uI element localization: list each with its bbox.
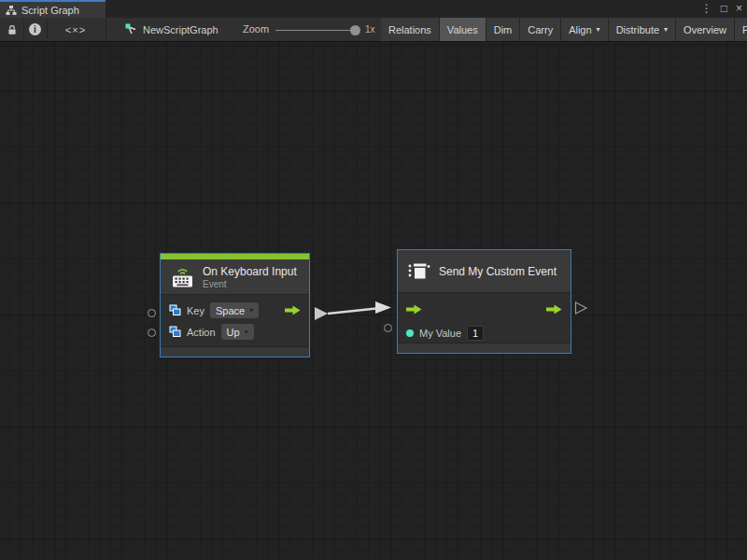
input-value-port-my-value[interactable]: [384, 324, 392, 332]
value-type-icon: [169, 304, 181, 316]
key-dropdown[interactable]: Space ▾: [210, 302, 259, 318]
node-subtitle: Event: [203, 279, 297, 289]
node-title: On Keyboard Input: [203, 265, 297, 278]
flow-output-arrow-icon[interactable]: [546, 304, 562, 315]
lock-icon: [6, 23, 19, 36]
info-icon: i: [29, 23, 41, 35]
carry-button[interactable]: Carry: [520, 18, 561, 41]
connection-wire[interactable]: [328, 309, 376, 315]
close-icon[interactable]: ×: [736, 0, 742, 18]
fullscreen-button[interactable]: Full Screen: [735, 18, 747, 41]
port-row-action: Action Up ▾: [161, 321, 309, 343]
graph-hierarchy-icon: [6, 5, 17, 16]
input-value-port-action[interactable]: [148, 329, 156, 337]
port-label: Action: [187, 327, 216, 338]
lock-button[interactable]: [2, 18, 21, 41]
zoom-label: Zoom: [243, 18, 269, 41]
info-button[interactable]: i: [25, 18, 45, 41]
flow-output-arrow-icon[interactable]: [285, 305, 301, 315]
toolbar-buttons: Relations Values Dim Carry Align ▾ Distr…: [381, 18, 747, 41]
toolbar-separator: [47, 20, 48, 39]
window-menu-icon[interactable]: ⋮: [701, 0, 712, 18]
toolbar-separator: [106, 20, 106, 39]
value-port-dot-icon[interactable]: [406, 329, 414, 337]
custom-event-icon: [407, 260, 431, 283]
port-row-key: Key Space ▾: [161, 300, 309, 321]
values-button[interactable]: Values: [440, 18, 486, 41]
flow-row: [398, 298, 571, 321]
distribute-dropdown-button[interactable]: Distribute ▾: [609, 18, 676, 41]
port-label: My Value: [419, 328, 461, 339]
flow-input-arrow-icon[interactable]: [406, 304, 422, 315]
node-title: Send My Custom Event: [439, 265, 557, 278]
chevron-down-icon: ▾: [249, 306, 253, 315]
align-dropdown-button[interactable]: Align ▾: [561, 18, 608, 41]
keyboard-event-icon: [170, 265, 195, 288]
node-footer: [161, 346, 309, 357]
output-flow-port-empty[interactable]: [576, 302, 587, 314]
relations-button[interactable]: Relations: [381, 18, 440, 41]
window-controls: ⋮ □ ×: [701, 0, 742, 18]
graph-toolbar: i <×> NewScriptGraph Zoom 1x Relations V…: [0, 18, 747, 42]
zoom-slider-handle[interactable]: [350, 25, 360, 35]
zoom-slider-track[interactable]: [275, 30, 359, 31]
wire-layer: [0, 42, 747, 559]
graph-asset-icon: [125, 23, 137, 35]
toolbar-separator: [23, 20, 24, 39]
chevron-down-icon: ▾: [597, 25, 600, 34]
overview-button[interactable]: Overview: [676, 18, 735, 41]
output-flow-port-connected[interactable]: [315, 307, 328, 320]
input-value-port-key[interactable]: [148, 309, 156, 317]
node-body: Key Space ▾ Action Up: [161, 295, 309, 346]
node-send-my-custom-event[interactable]: Send My Custom Event My Value 1: [397, 249, 571, 354]
code-icon: <×>: [65, 24, 86, 35]
my-value-input[interactable]: 1: [467, 326, 484, 341]
graph-name: NewScriptGraph: [143, 24, 218, 35]
tab-title: Script Graph: [21, 5, 79, 16]
node-header[interactable]: Send My Custom Event: [398, 250, 571, 293]
wire-arrowhead: [375, 301, 391, 314]
edit-code-button[interactable]: <×>: [58, 18, 93, 41]
tab-script-graph[interactable]: Script Graph: [0, 0, 106, 18]
graph-breadcrumb[interactable]: NewScriptGraph: [125, 18, 218, 41]
node-on-keyboard-input[interactable]: On Keyboard Input Event Key Space ▾: [160, 253, 310, 357]
action-dropdown[interactable]: Up ▾: [221, 324, 254, 340]
dim-button[interactable]: Dim: [486, 18, 521, 41]
zoom-value: 1x: [365, 18, 375, 41]
port-label: Key: [187, 305, 204, 316]
node-footer: [398, 343, 571, 353]
node-header[interactable]: On Keyboard Input Event: [161, 259, 309, 295]
title-bar: Script Graph ⋮ □ ×: [0, 0, 747, 18]
chevron-down-icon: ▾: [664, 25, 668, 34]
graph-canvas[interactable]: On Keyboard Input Event Key Space ▾: [0, 42, 747, 559]
node-body: My Value 1: [398, 293, 571, 348]
value-type-icon: [169, 326, 181, 338]
maximize-icon[interactable]: □: [721, 0, 727, 18]
chevron-down-icon: ▾: [245, 328, 248, 336]
port-row-my-value: My Value 1: [398, 321, 571, 344]
